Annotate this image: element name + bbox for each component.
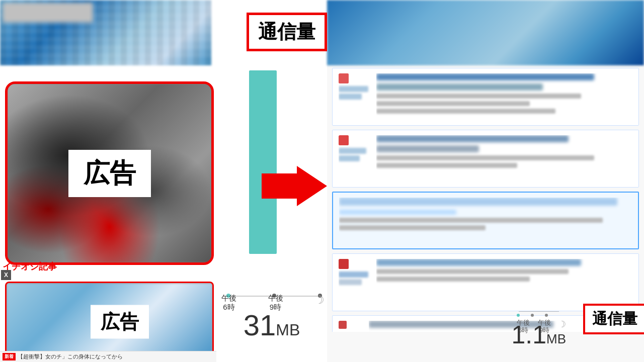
ad-image-main[interactable]: 広告	[5, 81, 214, 265]
tsushinryo-label-top: 通信量	[247, 13, 327, 51]
mb-right-number: 1.1	[511, 321, 546, 349]
middle-panel: 通信量 午後 6時 午後 9時 ☽ 31MB	[216, 0, 327, 362]
thumb-bar-2a	[339, 148, 366, 154]
title-blur-2b	[376, 145, 479, 152]
tsushinryo-label-bottom: 通信量	[583, 304, 644, 334]
text-line-1a	[376, 94, 581, 99]
news-card-1[interactable]	[332, 68, 639, 126]
news-card-4[interactable]	[332, 253, 639, 311]
thumb-red-1	[339, 73, 349, 83]
thumb-red-2	[339, 135, 349, 145]
text-line-2a	[376, 155, 594, 160]
news-content-1	[376, 73, 632, 120]
thumb-bar-4a	[339, 272, 368, 278]
thumb-bar-4b	[339, 279, 362, 285]
top-left-blur-overlay	[3, 3, 93, 23]
news-thumb-4	[339, 259, 371, 302]
mini-timeline-dots	[517, 314, 548, 317]
title-blur-2a	[376, 135, 569, 142]
mini-dot-3	[545, 314, 548, 317]
title-blur-3b	[339, 210, 456, 215]
mb-value-label: 31MB	[244, 308, 300, 342]
news-thumb-2	[339, 135, 371, 178]
close-button[interactable]: X	[1, 270, 11, 280]
mb-right-value: 1.1MB	[511, 320, 566, 349]
news-content-2	[376, 135, 632, 182]
left-panel: 広告 イチオシ記事 X 広告 新着 【超衝撃】女のチ」この身体になってから	[0, 0, 216, 362]
time-label-1: 午後 6時	[221, 294, 236, 312]
news-thumb-5	[339, 321, 364, 332]
thumb-bar-2b	[339, 155, 360, 161]
right-panel: 通信量 午後 6時 午後 9時 ☽	[327, 0, 644, 362]
mb-unit: MB	[276, 321, 300, 339]
mb-number: 31	[244, 309, 276, 341]
teal-bar-container	[249, 70, 277, 254]
bottom-strip: 新着 【超衝撃】女のチ」この身体になってから	[0, 351, 216, 362]
news-card-3[interactable]	[332, 192, 639, 249]
time2-line1: 午後	[268, 294, 283, 302]
title-blur-3a	[339, 198, 617, 206]
mb-right-unit: MB	[546, 331, 566, 346]
text-line-4b	[376, 277, 530, 282]
time1-line2: 6時	[223, 303, 234, 311]
moon-icon: ☽	[314, 294, 325, 312]
thumb-red-5	[339, 321, 347, 329]
title-blur-4a	[376, 259, 581, 266]
top-banner-right	[327, 0, 644, 65]
thumb-red-4	[339, 259, 349, 269]
news-badge: 新着	[3, 353, 16, 360]
text-line-3a	[339, 218, 603, 223]
svg-marker-0	[262, 166, 327, 206]
bottom-news-text: 【超衝撃】女のチ」この身体になってから	[18, 353, 123, 360]
news-thumb-1	[339, 73, 371, 116]
text-line-1b	[376, 101, 530, 106]
teal-bar	[249, 70, 277, 254]
text-line-3b	[339, 225, 486, 230]
ad-label-main: 広告	[68, 150, 151, 197]
news-list	[332, 68, 639, 332]
text-line-4a	[376, 269, 569, 274]
mini-axis	[519, 311, 559, 312]
ad-image-second[interactable]: 広告	[5, 282, 214, 362]
red-arrow	[262, 166, 327, 208]
news-content-4	[376, 259, 632, 306]
mini-dot-2	[531, 314, 534, 317]
news-content-3	[339, 198, 632, 243]
thumb-bar-1a	[339, 86, 368, 92]
thumb-bar-1b	[339, 94, 362, 100]
text-line-1c	[376, 109, 555, 114]
text-line-2b	[376, 163, 517, 168]
news-card-2[interactable]	[332, 130, 639, 188]
title-blur-1b	[376, 83, 543, 90]
time1-line1: 午後	[221, 294, 236, 302]
title-blur-1a	[376, 73, 594, 80]
mini-dot-1	[517, 314, 520, 317]
ad-label-second: 広告	[91, 305, 149, 339]
